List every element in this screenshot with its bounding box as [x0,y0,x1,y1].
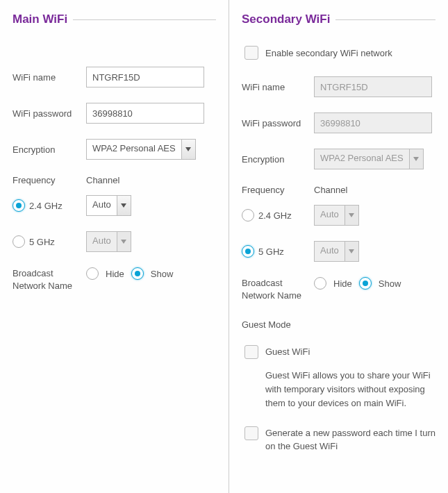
secondary-broadcast-hide-label: Hide [333,278,352,289]
main-freq-24-label: 2.4 GHz [29,201,63,211]
main-freq-24-row: 2.4 GHz Auto [13,195,216,216]
secondary-wifi-password-row: WiFi password [242,112,435,133]
secondary-wifi-title-row: Secondary WiFi [242,12,435,26]
enable-secondary-checkbox[interactable] [244,46,258,60]
divider-line [335,19,435,20]
secondary-broadcast-show-radio[interactable] [359,277,372,290]
guest-mode-heading: Guest Mode [242,319,435,330]
secondary-frequency-label: Frequency [242,185,314,195]
dropdown-arrow-icon [181,140,195,159]
main-encryption-select[interactable]: WPA2 Personal AES [86,139,196,160]
dropdown-arrow-icon [345,242,358,261]
guest-wifi-row: Guest WiFi [244,345,435,359]
main-channel-5-select[interactable]: Auto [86,231,131,252]
secondary-channel-24-select[interactable]: Auto [314,205,359,226]
secondary-encryption-select[interactable]: WPA2 Personal AES [314,149,424,169]
enable-secondary-row: Enable secondary WiFi network [244,46,435,60]
main-broadcast-hide-label: Hide [106,269,124,279]
main-wifi-password-label: WiFi password [13,108,86,119]
dropdown-arrow-icon [345,206,358,225]
secondary-wifi-password-label: WiFi password [242,118,314,128]
secondary-freq-5-radio[interactable] [242,245,254,258]
secondary-broadcast-row: Broadcast Network Name Hide Show [242,277,435,301]
secondary-wifi-password-input[interactable] [314,112,432,133]
secondary-encryption-value: WPA2 Personal AES [315,149,409,169]
secondary-encryption-row: Encryption WPA2 Personal AES [242,149,435,169]
secondary-channel-5-select[interactable]: Auto [314,241,359,262]
guest-wifi-checkbox[interactable] [244,345,258,359]
main-wifi-name-input[interactable] [86,67,204,87]
secondary-encryption-label: Encryption [242,154,314,165]
secondary-freq-24-radio[interactable] [242,209,254,222]
secondary-wifi-name-input[interactable] [314,76,432,97]
secondary-wifi-panel: Secondary WiFi Enable secondary WiFi net… [229,0,448,493]
secondary-freq-5-label: 5 GHz [258,246,284,257]
secondary-wifi-name-label: WiFi name [242,82,314,92]
generate-password-row: Generate a new password each time I turn… [244,426,435,453]
main-channel-24-select[interactable]: Auto [86,195,131,216]
main-encryption-label: Encryption [13,144,86,155]
main-freq-5-label: 5 GHz [29,237,55,247]
main-channel-label: Channel [86,175,119,185]
secondary-freq-24-label: 2.4 GHz [258,210,292,221]
main-wifi-name-row: WiFi name [13,67,216,87]
guest-wifi-label: Guest WiFi [265,345,310,357]
main-wifi-title: Main WiFi [13,12,67,26]
dropdown-arrow-icon [117,196,131,215]
main-encryption-value: WPA2 Personal AES [87,140,181,159]
dropdown-arrow-icon [117,232,131,251]
main-encryption-row: Encryption WPA2 Personal AES [13,139,216,160]
main-freq-5-radio[interactable] [13,235,25,248]
generate-password-label: Generate a new password each time I turn… [265,426,435,453]
enable-secondary-label: Enable secondary WiFi network [265,48,392,58]
main-broadcast-show-label: Show [151,269,174,279]
main-freq-5-row: 5 GHz Auto [13,231,216,252]
main-freq-24-radio[interactable] [13,199,25,212]
secondary-channel-label: Channel [314,185,347,195]
main-wifi-password-input[interactable] [86,103,204,124]
main-wifi-password-row: WiFi password [13,103,216,124]
main-broadcast-show-radio[interactable] [131,267,144,280]
main-broadcast-hide-radio[interactable] [86,267,99,280]
secondary-freq-24-row: 2.4 GHz Auto [242,205,435,226]
secondary-freq-header: Frequency Channel [242,185,435,195]
secondary-wifi-title: Secondary WiFi [242,12,330,26]
secondary-broadcast-hide-radio[interactable] [314,277,326,290]
secondary-broadcast-label: Broadcast Network Name [242,277,314,301]
secondary-wifi-name-row: WiFi name [242,76,435,97]
main-wifi-name-label: WiFi name [13,72,86,83]
main-broadcast-label: Broadcast Network Name [13,267,86,292]
main-frequency-label: Frequency [13,175,86,185]
divider-line [73,19,216,20]
main-freq-header: Frequency Channel [13,175,216,185]
generate-password-checkbox[interactable] [244,426,258,440]
main-wifi-title-row: Main WiFi [13,12,216,26]
guest-wifi-description: Guest WiFi allows you to share your WiFi… [265,369,435,410]
main-broadcast-row: Broadcast Network Name Hide Show [13,267,216,292]
dropdown-arrow-icon [409,149,423,169]
main-wifi-panel: Main WiFi WiFi name WiFi password Encryp… [0,0,229,493]
secondary-freq-5-row: 5 GHz Auto [242,241,435,262]
secondary-broadcast-show-label: Show [379,278,401,289]
